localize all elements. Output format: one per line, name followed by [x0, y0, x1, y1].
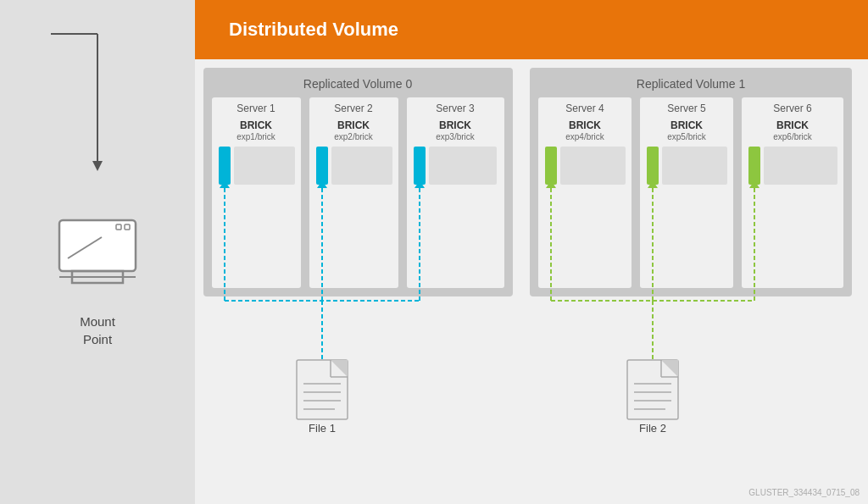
svg-text:exp2/brick: exp2/brick [334, 132, 374, 141]
svg-text:Server 1: Server 1 [236, 102, 275, 114]
svg-text:File 1: File 1 [309, 422, 336, 435]
svg-text:Server 6: Server 6 [773, 102, 812, 114]
svg-rect-55 [545, 147, 557, 185]
watermark: GLUSTER_334434_0715_08 [748, 488, 860, 497]
svg-rect-16 [234, 147, 295, 185]
svg-text:Server 3: Server 3 [436, 102, 475, 114]
header-bar: Distributed Volume [195, 0, 868, 59]
svg-rect-56 [560, 147, 626, 185]
svg-text:Server 2: Server 2 [334, 102, 373, 114]
monitor-icon [55, 216, 140, 292]
header-title: Distributed Volume [229, 19, 398, 41]
svg-text:exp3/brick: exp3/brick [436, 132, 476, 141]
svg-marker-2 [92, 161, 103, 171]
svg-rect-32 [429, 147, 497, 185]
svg-text:BRICK: BRICK [337, 119, 370, 131]
svg-rect-72 [764, 147, 837, 185]
svg-text:BRICK: BRICK [670, 119, 703, 131]
svg-text:Server 4: Server 4 [565, 102, 604, 114]
svg-text:exp6/brick: exp6/brick [773, 132, 813, 141]
svg-text:exp4/brick: exp4/brick [565, 132, 605, 141]
svg-text:exp5/brick: exp5/brick [667, 132, 707, 141]
connector-svg [0, 0, 195, 186]
diagram-wrapper: Distributed Volume MountPoint [0, 0, 868, 504]
svg-text:BRICK: BRICK [569, 119, 601, 131]
svg-rect-24 [331, 147, 392, 185]
svg-text:BRICK: BRICK [439, 119, 471, 131]
svg-text:Replicated Volume 1: Replicated Volume 1 [637, 77, 746, 91]
mount-point-label: MountPoint [80, 313, 115, 348]
svg-text:Server 5: Server 5 [667, 102, 706, 114]
svg-rect-31 [414, 147, 426, 185]
svg-rect-15 [219, 147, 231, 185]
svg-text:BRICK: BRICK [776, 119, 809, 131]
svg-text:File 2: File 2 [639, 422, 666, 435]
main-svg: Replicated Volume 0 Server 1 BRICK exp1/… [195, 59, 868, 504]
svg-rect-71 [748, 147, 760, 185]
svg-rect-23 [316, 147, 328, 185]
svg-rect-63 [647, 147, 659, 185]
left-panel: MountPoint [0, 0, 195, 504]
svg-text:exp1/brick: exp1/brick [236, 132, 276, 141]
svg-rect-64 [662, 147, 727, 185]
svg-text:BRICK: BRICK [240, 119, 272, 131]
svg-text:Replicated Volume 0: Replicated Volume 0 [303, 77, 413, 91]
